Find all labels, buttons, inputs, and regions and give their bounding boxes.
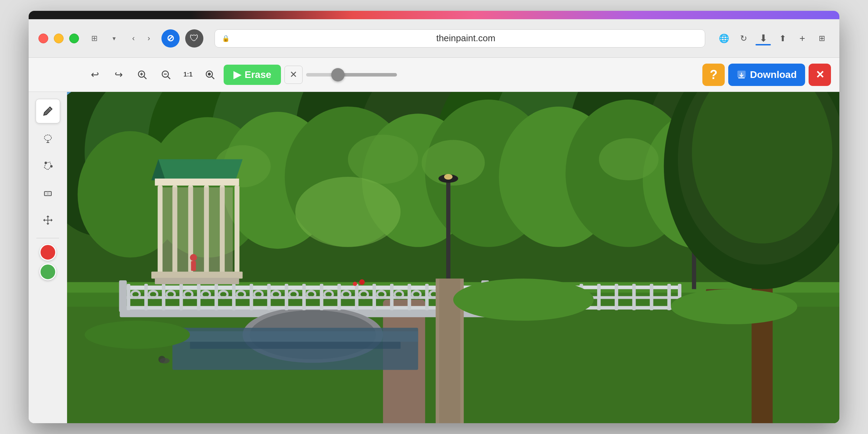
svg-rect-76	[355, 284, 359, 310]
no-extension-icon[interactable]: ⊘	[161, 29, 180, 48]
pencil-tool-button[interactable]	[36, 99, 60, 123]
svg-rect-79	[407, 284, 411, 310]
svg-rect-125	[155, 179, 239, 186]
svg-rect-126	[158, 186, 162, 273]
svg-rect-131	[234, 186, 239, 273]
svg-point-156	[671, 289, 797, 324]
sidebar-dropdown-button[interactable]: ▾	[107, 33, 121, 44]
svg-rect-75	[338, 284, 341, 310]
shield-extension-icon[interactable]: 🛡	[185, 29, 203, 48]
svg-point-9	[208, 73, 210, 75]
svg-point-17	[45, 162, 46, 164]
title-bar: ⊞ ▾ ‹ › ⊘ 🛡 🔒 theinpaint.com 🌐 ↻ ⬇ ⬆ + ⊞	[29, 19, 839, 58]
svg-rect-122	[190, 342, 401, 349]
zoom-fit-button[interactable]	[200, 65, 220, 85]
polygon-tool-button[interactable]	[36, 153, 60, 178]
svg-point-135	[190, 254, 197, 261]
svg-rect-134	[155, 278, 239, 284]
nav-buttons: ‹ ›	[126, 31, 156, 45]
zoom-out-button[interactable]	[156, 65, 176, 85]
svg-line-8	[212, 77, 214, 79]
svg-point-158	[353, 282, 357, 286]
close-red-icon: ✕	[816, 68, 824, 81]
svg-rect-73	[302, 284, 306, 310]
back-button[interactable]: ‹	[126, 31, 140, 45]
svg-point-14	[44, 135, 51, 140]
svg-rect-63	[127, 284, 130, 310]
new-tab-button[interactable]: +	[795, 31, 810, 46]
zoom-reset-button[interactable]: 1:1	[180, 65, 196, 85]
close-window-button[interactable]	[38, 34, 48, 43]
lock-icon: 🔒	[222, 35, 230, 42]
svg-point-153	[160, 358, 169, 363]
svg-rect-77	[372, 284, 376, 310]
svg-rect-65	[162, 284, 165, 310]
eraser-tool-button[interactable]	[36, 181, 60, 205]
red-color-swatch[interactable]	[39, 244, 56, 261]
download-manager-button[interactable]: ⬇	[755, 31, 771, 46]
download-label: Download	[750, 69, 797, 80]
redo-button[interactable]: ↪	[108, 65, 129, 85]
svg-rect-64	[144, 284, 148, 310]
minimize-window-button[interactable]	[54, 34, 64, 43]
help-icon: ?	[710, 67, 717, 82]
cancel-button[interactable]: ✕	[284, 66, 303, 84]
address-bar[interactable]: 🔒 theinpaint.com	[215, 29, 705, 48]
canvas-area[interactable]	[67, 92, 839, 423]
erase-label: Erase	[245, 69, 271, 80]
brush-size-slider[interactable]	[306, 73, 501, 77]
forward-button[interactable]: ›	[142, 31, 156, 45]
svg-point-139	[444, 174, 453, 180]
svg-rect-71	[267, 284, 271, 310]
svg-line-3	[144, 77, 146, 79]
svg-rect-104	[119, 280, 127, 312]
close-red-button[interactable]: ✕	[809, 64, 831, 86]
svg-rect-74	[320, 284, 323, 310]
svg-rect-116	[632, 284, 636, 310]
svg-marker-123	[158, 159, 243, 180]
svg-rect-66	[179, 284, 183, 310]
green-color-swatch[interactable]	[39, 263, 56, 280]
zoom-in-button[interactable]	[132, 65, 152, 85]
svg-point-18	[50, 166, 52, 167]
url-text: theinpaint.com	[234, 33, 698, 44]
top-gradient-bar	[29, 11, 839, 19]
slider-track[interactable]	[306, 73, 397, 77]
app-toolbar: ↩ ↪ 1:1	[29, 58, 839, 92]
svg-rect-72	[285, 284, 288, 310]
svg-point-52	[295, 177, 400, 247]
share-button[interactable]: ⬆	[775, 31, 790, 46]
tool-separator	[36, 238, 59, 238]
svg-rect-136	[191, 261, 196, 271]
move-tool-button[interactable]	[36, 208, 60, 232]
svg-point-155	[85, 321, 190, 349]
sidebar-toggle-button[interactable]: ⊞	[87, 33, 101, 44]
slider-thumb[interactable]	[331, 68, 345, 81]
lasso-tool-button[interactable]	[36, 126, 60, 151]
help-button[interactable]: ?	[702, 64, 725, 86]
svg-rect-117	[650, 284, 653, 310]
svg-rect-78	[390, 284, 393, 310]
download-button[interactable]: Download	[728, 64, 805, 86]
svg-point-48	[348, 135, 418, 184]
svg-rect-121	[172, 331, 418, 342]
reload-button[interactable]: ↻	[736, 31, 751, 46]
park-image	[67, 92, 839, 423]
maximize-window-button[interactable]	[69, 34, 79, 43]
cancel-icon: ✕	[290, 69, 297, 80]
svg-rect-68	[215, 284, 218, 310]
translate-button[interactable]: 🌐	[716, 31, 732, 46]
svg-rect-118	[667, 284, 671, 310]
erase-button[interactable]: ▶ Erase	[224, 65, 281, 85]
svg-rect-114	[597, 284, 601, 310]
undo-button[interactable]: ↩	[85, 65, 105, 85]
tools-panel	[29, 92, 67, 423]
svg-rect-115	[615, 284, 618, 310]
tab-overview-button[interactable]: ⊞	[814, 31, 830, 46]
svg-point-50	[599, 138, 659, 180]
svg-rect-137	[446, 180, 450, 279]
svg-rect-69	[232, 284, 236, 310]
traffic-lights	[38, 34, 79, 43]
svg-rect-80	[425, 284, 429, 310]
svg-line-6	[168, 77, 170, 79]
